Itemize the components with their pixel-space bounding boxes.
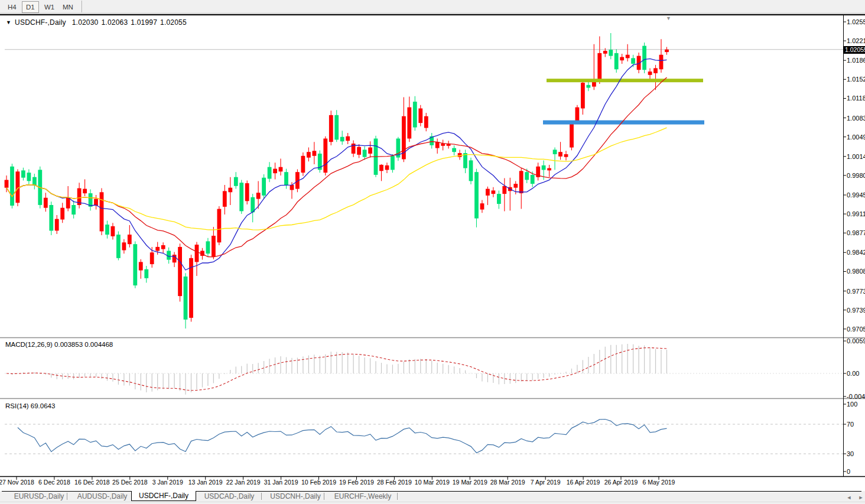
mt4-application: H4D1W1MN ▼USDCHF-,Daily1.020301.020631.0…	[0, 0, 865, 504]
macd-indicator-label: MACD(12,26,9) 0.003853 0.004468	[5, 341, 113, 348]
candles-layer[interactable]	[5, 33, 669, 329]
chevron-down-icon: ▼	[6, 19, 11, 25]
candle	[469, 160, 473, 181]
candle	[251, 197, 255, 213]
tab-scroll-left-icon[interactable]: ◄	[846, 494, 853, 501]
candle	[128, 235, 132, 244]
price-chart-canvas[interactable]	[0, 0, 865, 504]
date-axis-label: 25 Dec 2018	[112, 479, 148, 486]
macd-axis-label: -0.004243	[847, 393, 865, 400]
candle	[447, 144, 451, 146]
candle	[234, 177, 238, 186]
candle	[363, 149, 367, 157]
candle	[553, 149, 557, 154]
candle	[502, 186, 506, 194]
candle	[49, 205, 53, 231]
candle	[16, 171, 20, 203]
candle	[407, 108, 411, 139]
rsi-axis-label: 70	[847, 421, 854, 428]
candle	[379, 165, 383, 171]
candle	[268, 167, 272, 179]
tab-usdcad[interactable]: USDCAD-,Daily	[201, 492, 258, 501]
candle	[626, 55, 630, 58]
candle	[239, 183, 243, 211]
candle	[313, 151, 317, 155]
price-axis-label: 0.98080	[847, 268, 865, 275]
price-axis-label: 1.01520	[847, 76, 865, 83]
candle	[161, 245, 165, 249]
date-axis-label: 26 Apr 2019	[604, 479, 638, 486]
candle	[273, 169, 277, 174]
candle	[184, 277, 188, 320]
tab-divider	[67, 493, 67, 500]
candle	[413, 102, 417, 128]
moving-average-40	[6, 128, 667, 230]
candle	[105, 225, 109, 235]
candle	[284, 172, 288, 186]
candle	[492, 190, 496, 194]
candle	[452, 148, 456, 152]
macd-axis-label: 0.00597	[847, 337, 865, 344]
price-axis-label: 0.98420	[847, 249, 865, 256]
candle	[55, 219, 59, 231]
price-axis-label: 1.01180	[847, 95, 865, 102]
date-axis-label: 13 Jan 2019	[188, 479, 223, 486]
date-axis-label: 28 Mar 2019	[490, 479, 525, 486]
candle	[155, 247, 160, 251]
candle	[94, 199, 98, 206]
candle	[575, 108, 580, 121]
tab-audusd[interactable]: AUDUSD-,Daily	[74, 492, 131, 501]
price-axis-label: 0.98770	[847, 229, 865, 236]
status-strip	[0, 502, 865, 504]
price-axis-label: 0.99110	[847, 210, 865, 217]
candle	[597, 53, 601, 80]
candle	[346, 136, 350, 141]
tab-usdchf[interactable]: USDCHF-,Daily	[131, 491, 196, 501]
candle	[262, 178, 266, 196]
chart-symbol-title[interactable]: ▼USDCHF-,Daily1.020301.020631.019971.020…	[6, 18, 187, 27]
candle	[558, 152, 562, 157]
tab-eurusd[interactable]: EURUSD-,Daily	[11, 492, 67, 501]
tab-usdcnh[interactable]: USDCNH-,Daily	[267, 492, 324, 501]
candle	[21, 170, 25, 177]
tab-scroll-right-icon[interactable]: ►	[857, 494, 864, 501]
candle	[256, 193, 261, 199]
tab-divider	[261, 493, 262, 500]
candle	[71, 205, 76, 214]
candle	[385, 165, 389, 170]
candle	[441, 144, 445, 146]
candle	[614, 53, 619, 69]
macd-axis-label: 0.00	[847, 370, 859, 377]
candle	[340, 137, 344, 142]
mouse-cursor-icon: ▼	[666, 15, 671, 21]
candle	[290, 185, 294, 190]
tab-eurchf[interactable]: EURCHF-,Weekly	[330, 492, 396, 501]
candle	[329, 115, 333, 142]
candle	[307, 152, 311, 158]
ohlc-close: 1.02055	[160, 18, 187, 27]
candle	[178, 247, 182, 296]
candle	[659, 55, 664, 70]
candle	[587, 85, 591, 88]
price-axis-label: 1.00140	[847, 153, 865, 160]
date-axis-label: 7 Apr 2019	[531, 479, 561, 486]
date-axis-label: 10 Mar 2019	[415, 479, 450, 486]
candle	[648, 71, 652, 75]
candle	[547, 168, 551, 171]
candle	[60, 208, 64, 220]
resistance-band-line[interactable]	[547, 79, 703, 82]
tab-divider	[324, 493, 324, 500]
price-axis-label: 0.99450	[847, 191, 865, 199]
candle	[435, 142, 440, 148]
candle	[44, 198, 48, 208]
rsi-axis-label: 100	[847, 401, 857, 408]
candle	[486, 189, 490, 196]
candle	[570, 124, 574, 148]
candle	[525, 172, 529, 180]
candle	[301, 156, 305, 173]
date-axis-label: 3 Jan 2019	[152, 479, 183, 486]
macd-value-signal: 0.004468	[84, 341, 113, 348]
macd-value-main: 0.003853	[54, 341, 83, 348]
candle	[497, 194, 501, 204]
date-axis-label: 16 Apr 2019	[567, 479, 600, 486]
